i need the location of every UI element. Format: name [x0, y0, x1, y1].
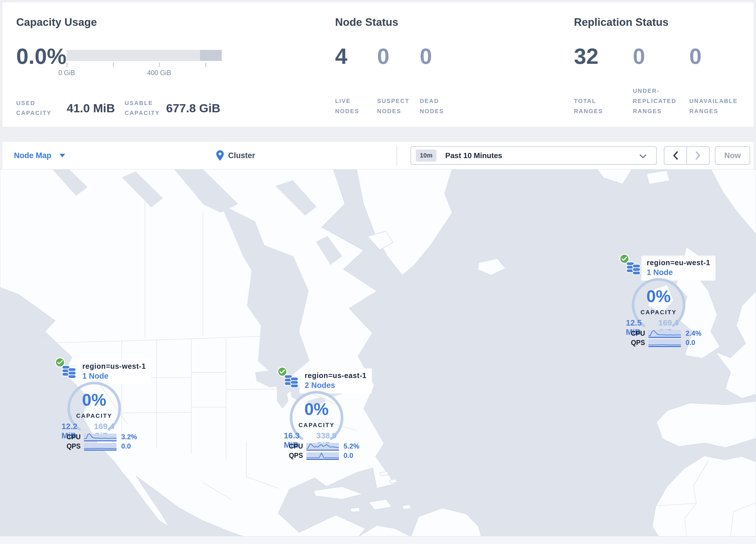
- capacity-bar-tick: [206, 63, 206, 67]
- suspect-nodes-label: SUSPECT NODES: [377, 96, 414, 116]
- total-ranges-count: 32: [574, 45, 599, 67]
- time-prev-button[interactable]: [664, 147, 687, 164]
- under-replicated-ranges-count: 0: [633, 45, 645, 67]
- cpu-row: CPU 3.2%: [55, 432, 154, 442]
- cpu-sparkline: [648, 328, 681, 339]
- used-capacity-label: USED CAPACITY: [16, 98, 60, 118]
- map-pin-icon: [216, 150, 224, 161]
- time-range-label: Past 10 Minutes: [445, 151, 502, 160]
- cpu-row: CPU 2.4%: [619, 328, 718, 339]
- capacity-bar-tick: [113, 63, 114, 67]
- replication-status-title: Replication Status: [574, 16, 668, 28]
- qps-row: QPS 0.0: [277, 450, 376, 461]
- capacity-usage-title: Capacity Usage: [16, 16, 97, 28]
- time-next-button[interactable]: [687, 147, 709, 164]
- time-range-badge: 10m: [416, 149, 437, 162]
- breadcrumb-label: Cluster: [228, 151, 255, 160]
- cpu-value: 2.4%: [686, 329, 702, 338]
- region-name: region=us-west-1: [82, 362, 146, 371]
- qps-sparkline: [648, 338, 681, 348]
- capacity-bar-track: [67, 50, 222, 61]
- view-selector-label: Node Map: [14, 151, 51, 160]
- qps-value: 0.0: [344, 452, 353, 460]
- capacity-usage-section: Capacity Usage 0.0% 0 GiB 400 GiB USED C…: [14, 2, 321, 127]
- capacity-bar: 0 GiB 400 GiB: [67, 50, 222, 61]
- breadcrumb[interactable]: Cluster: [216, 142, 255, 169]
- dead-nodes-count: 0: [420, 45, 432, 67]
- gauge-percent: 0%: [288, 399, 346, 419]
- database-icon: [626, 260, 641, 276]
- map-toolbar: Node Map Cluster 10m Past 10 Minutes: [2, 142, 754, 169]
- region-marker: region=eu-west-1 1 Node 0% CAPACITY 12.5…: [619, 254, 718, 353]
- replication-status-section: Replication Status 32 0 0 TOTAL RANGES U…: [572, 2, 756, 127]
- usable-capacity-value: 677.8 GiB: [166, 101, 220, 115]
- region-marker: region=us-west-1 1 Node 0% CAPACITY 12.2…: [55, 358, 154, 456]
- qps-value: 0.0: [121, 442, 131, 450]
- now-button[interactable]: Now: [715, 146, 750, 165]
- region-marker: region=us-east-1 2 Nodes 0% CAPACITY 16.…: [277, 367, 376, 465]
- cpu-label: CPU: [619, 330, 645, 338]
- gauge-percent: 0%: [630, 287, 688, 306]
- dead-nodes-label: DEAD NODES: [420, 96, 452, 116]
- capacity-stats: USED CAPACITY 41.0 MiB USABLE CAPACITY 6…: [16, 98, 306, 118]
- under-replicated-ranges-label: UNDER-REPLICATED RANGES: [633, 86, 687, 116]
- cpu-label: CPU: [55, 433, 81, 441]
- toolbar-divider: [397, 146, 397, 165]
- cpu-sparkline: [84, 432, 117, 442]
- capacity-tick-label-400: 400 GiB: [147, 69, 171, 77]
- page-footer-strip: [0, 536, 756, 544]
- gauge-capacity-label: CAPACITY: [288, 422, 346, 429]
- node-map: region=us-west-1 1 Node 0% CAPACITY 12.2…: [0, 169, 756, 536]
- qps-label: QPS: [55, 443, 81, 450]
- time-pager: [664, 146, 710, 165]
- node-status-title: Node Status: [335, 16, 398, 28]
- gauge-capacity-label: CAPACITY: [65, 413, 123, 419]
- cpu-value: 5.2%: [344, 442, 359, 450]
- chevron-right-icon: [695, 151, 701, 160]
- world-map: [0, 169, 756, 536]
- qps-sparkline: [84, 441, 117, 452]
- live-nodes-label: LIVE NODES: [335, 96, 368, 116]
- capacity-bar-tick: [159, 63, 160, 67]
- gauge-capacity-label: CAPACITY: [630, 309, 688, 316]
- view-selector-dropdown[interactable]: Node Map: [14, 142, 65, 169]
- cpu-value: 3.2%: [121, 433, 137, 441]
- capacity-bar-reserved-segment: [200, 50, 222, 61]
- qps-sparkline: [306, 450, 339, 461]
- cpu-sparkline: [306, 441, 339, 452]
- chevron-left-icon: [673, 151, 678, 160]
- database-icon: [61, 364, 77, 379]
- chevron-down-icon: [639, 154, 646, 158]
- live-nodes-count: 4: [335, 45, 347, 67]
- qps-row: QPS 0.0: [619, 338, 718, 348]
- capacity-tick-label-zero: 0 GiB: [58, 69, 75, 77]
- chevron-down-icon: [59, 154, 65, 157]
- cluster-overview-page: Capacity Usage 0.0% 0 GiB 400 GiB USED C…: [0, 0, 756, 544]
- unavailable-ranges-label: UNAVAILABLE RANGES: [689, 96, 750, 116]
- used-capacity-value: 41.0 MiB: [67, 101, 115, 115]
- gauge-percent: 0%: [65, 390, 123, 409]
- total-ranges-label: TOTAL RANGES: [574, 96, 618, 116]
- region-name: region=us-east-1: [305, 371, 367, 380]
- qps-value: 0.0: [686, 339, 695, 347]
- capacity-bar-tick: [67, 63, 67, 67]
- suspect-nodes-count: 0: [377, 45, 389, 67]
- cpu-row: CPU 5.2%: [277, 441, 376, 452]
- database-icon: [284, 373, 299, 388]
- time-range-dropdown[interactable]: 10m Past 10 Minutes: [410, 146, 657, 165]
- capacity-percent: 0.0%: [16, 45, 66, 67]
- cpu-label: CPU: [277, 443, 303, 450]
- region-name: region=eu-west-1: [647, 258, 710, 267]
- unavailable-ranges-count: 0: [689, 45, 702, 67]
- node-status-section: Node Status 4 0 0 LIVE NODES SUSPECT NOD…: [333, 2, 565, 127]
- qps-label: QPS: [277, 452, 303, 460]
- summary-panel: Capacity Usage 0.0% 0 GiB 400 GiB USED C…: [2, 2, 754, 127]
- qps-row: QPS 0.0: [55, 441, 154, 452]
- qps-label: QPS: [619, 339, 645, 347]
